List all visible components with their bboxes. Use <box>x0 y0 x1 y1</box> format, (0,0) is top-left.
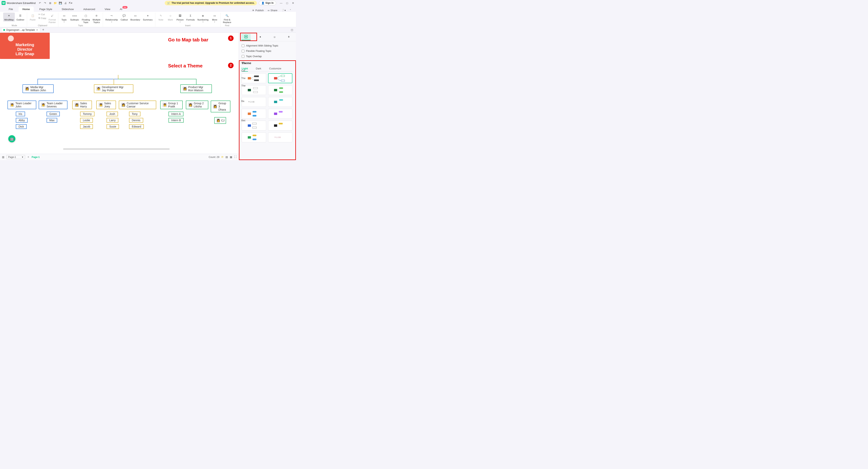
node-tl-severes[interactable]: 👨Team LeaderSeveres <box>39 101 67 109</box>
ai-assistant-fab[interactable]: 🤖 <box>8 135 16 142</box>
leaf-larry[interactable]: Larry <box>106 118 118 123</box>
menu-view[interactable]: View <box>101 6 114 12</box>
node-root[interactable]: Marketing Director Lilly Snap <box>0 33 50 59</box>
node-sales-joey[interactable]: 👨SalesJoey <box>96 101 116 109</box>
export-icon[interactable]: ⇱▾ <box>69 1 72 4</box>
panel-toggle-icon[interactable]: ▥ <box>2 156 4 159</box>
leaf-dennis[interactable]: Dennis <box>129 118 143 123</box>
picture-button[interactable]: 🖼Picture▾ <box>175 12 185 23</box>
summary-button[interactable]: ≡Summary <box>142 12 154 23</box>
menu-slideshow[interactable]: Slideshow <box>58 6 78 12</box>
maximize-button[interactable]: ◻ <box>286 2 288 4</box>
collapse-ribbon-icon[interactable]: ˄ <box>290 9 291 12</box>
document-tab[interactable]: Organogram ...ap Template ✕ <box>1 28 40 32</box>
floating-topic-button[interactable]: ▢Floating Topic <box>81 12 91 24</box>
leaf-iris[interactable]: Iris <box>16 111 25 116</box>
menu-ai[interactable]: AI Hot <box>116 6 126 12</box>
leaf-dick[interactable]: Dick <box>16 124 27 129</box>
open-icon[interactable]: 📁 <box>54 1 57 4</box>
chk-overlap[interactable]: Topic Overlap <box>242 54 293 59</box>
leaf-max[interactable]: Max <box>46 118 57 123</box>
chk-floating-input[interactable] <box>242 50 244 53</box>
theme-tab-dark[interactable]: Dark <box>256 66 261 72</box>
theme-thumb[interactable] <box>242 121 266 131</box>
theme-tab-customize[interactable]: Customize <box>269 66 281 72</box>
leaf-jacob[interactable]: Jacob <box>80 124 93 129</box>
more-button[interactable]: ▭More▾ <box>210 12 219 23</box>
menu-advanced[interactable]: Advanced <box>79 6 99 12</box>
leaf-intern-a[interactable]: Intern A <box>168 111 183 116</box>
menu-file[interactable]: File <box>5 6 17 12</box>
chk-alignment-input[interactable] <box>242 44 244 47</box>
cloud-sync-icon[interactable]: ⟳ <box>221 156 223 159</box>
leaf-abby[interactable]: Abby <box>16 118 28 123</box>
node-tl-john[interactable]: 👨Team LeaderJohn <box>7 101 36 109</box>
redo-icon[interactable]: ↷ <box>43 1 46 4</box>
trial-banner[interactable]: 🛒 The trial period has expired. Upgrade … <box>165 1 257 5</box>
node-media-mgr[interactable]: 👩Media MgrWilliam John <box>23 85 54 93</box>
leaf-cj[interactable]: 👩CJ <box>214 117 226 124</box>
leaf-tommy[interactable]: Tommy <box>80 111 94 116</box>
page-link[interactable]: Page-1 <box>32 156 40 159</box>
theme-thumb[interactable] <box>268 121 292 131</box>
page-selector[interactable]: Page-1▾ <box>6 155 25 159</box>
help-icon[interactable]: ❔▾ <box>281 9 286 12</box>
leaf-leslie[interactable]: Leslie <box>80 118 93 123</box>
minimize-button[interactable]: — <box>280 2 282 4</box>
paste-button[interactable]: 📋Paste <box>28 12 37 24</box>
relationship-button[interactable]: ⤳Relationship▾ <box>104 12 119 23</box>
view-outline-icon[interactable]: ▤ <box>225 156 228 159</box>
tab-close-icon[interactable]: ✕ <box>36 29 38 31</box>
publish-button[interactable]: ✈Publish <box>252 9 264 12</box>
save-icon[interactable]: 💾 <box>59 1 62 4</box>
numbering-button[interactable]: ≣Numbering▾ <box>196 12 210 23</box>
theme-thumb[interactable] <box>268 109 292 119</box>
add-page-button[interactable]: ＋ <box>27 155 30 159</box>
print-icon[interactable]: 🖨 <box>64 1 67 4</box>
signin-button[interactable]: 👤 Sign In <box>259 1 276 5</box>
node-prod-mgr[interactable]: 👩Product MgrRon Watson <box>180 85 212 93</box>
undo-icon[interactable]: ↶ <box>38 1 41 4</box>
theme-thumb[interactable] <box>242 132 266 142</box>
leaf-green[interactable]: Green <box>46 111 60 116</box>
mark-button[interactable]: ☺Mark <box>166 12 175 23</box>
node-group1[interactable]: 👨Group 1Pratik <box>160 101 183 109</box>
theme-thumb[interactable] <box>268 73 292 83</box>
new-icon[interactable]: ⊞ <box>49 1 52 4</box>
view-page-icon[interactable]: ▦ <box>230 156 232 159</box>
icon-tab[interactable]: ☺ <box>270 34 279 40</box>
split-view-icon[interactable]: ◫ <box>291 28 295 31</box>
find-replace-button[interactable]: 🔍Find & Replace <box>222 12 232 24</box>
leaf-edward[interactable]: Edward <box>129 124 144 129</box>
menu-home[interactable]: Home <box>19 6 34 12</box>
leaf-tony[interactable]: Tony <box>129 111 141 116</box>
chk-floating[interactable]: Flexible Floating Topic <box>242 48 293 54</box>
clipart-tab[interactable]: ⚘ <box>284 34 293 40</box>
map-tab[interactable] <box>241 34 251 40</box>
style-tab[interactable]: ✦ <box>255 34 265 40</box>
chk-alignment[interactable]: Alignment With Sibling Topic <box>242 43 293 48</box>
share-button[interactable]: ∞Share <box>268 9 277 12</box>
subtopic-button[interactable]: ▭▭Subtopic <box>69 12 80 24</box>
note-button[interactable]: ✎Note <box>156 12 165 23</box>
leaf-susie[interactable]: Susie <box>106 124 119 129</box>
close-button[interactable]: ✕ <box>291 2 294 4</box>
boundary-button[interactable]: ▭Boundary <box>129 12 141 23</box>
node-group3[interactable]: 👩Group 3Dhara <box>211 101 230 112</box>
node-sales-harry[interactable]: 👩SalesHarry <box>72 101 92 109</box>
copy-button[interactable]: ⧉Copy <box>38 16 47 20</box>
view-fit-icon[interactable]: ⛶ <box>234 156 237 159</box>
node-cs-caesar[interactable]: 👩Customer ServiceCaesar <box>119 101 156 109</box>
node-group2[interactable]: 👩Group 2Litisha <box>186 101 208 109</box>
menu-pagestyle[interactable]: Page Style <box>35 6 56 12</box>
mindmap-mode-button[interactable]: ✶MindMap <box>3 12 15 22</box>
theme-thumb[interactable] <box>268 85 292 95</box>
topic-button[interactable]: ▭Topic▾ <box>60 12 69 24</box>
cut-button[interactable]: ✄Cut <box>38 12 47 16</box>
outliner-mode-button[interactable]: ☰Outliner <box>15 12 26 22</box>
formula-button[interactable]: ΣFormula <box>185 12 196 23</box>
format-painter-button[interactable]: 🖌Format Painter <box>48 12 57 24</box>
chk-overlap-input[interactable] <box>242 55 244 58</box>
leaf-intern-b[interactable]: Intern B <box>168 118 184 123</box>
theme-thumb[interactable] <box>268 97 292 107</box>
